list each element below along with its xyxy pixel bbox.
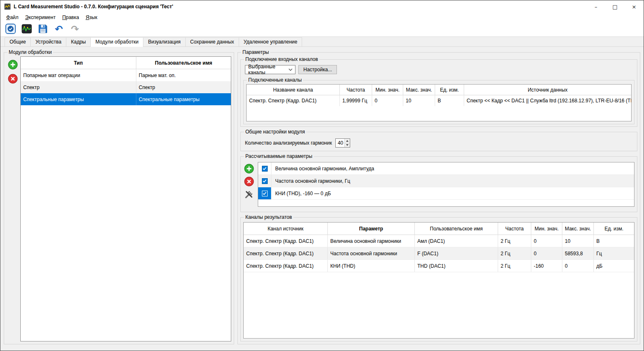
min-value-cell[interactable]: -160 xyxy=(531,260,562,272)
module-type-cell[interactable]: Попарные мат операции xyxy=(21,69,136,81)
source-channel-cell[interactable]: Спектр. Спектр (Кадр. DAC1) xyxy=(244,247,328,259)
max-value-cell[interactable]: 10 xyxy=(562,235,594,247)
user-name-cell[interactable]: THD (DAC1) xyxy=(415,260,498,272)
module-name-cell[interactable]: Спектр xyxy=(136,81,231,93)
calc-param-row-thd[interactable]: КНИ (THD), -160 — 0 дБ xyxy=(258,187,634,200)
data-source-cell[interactable]: Спектр << Кадр << DAC1 || Служба ltrd (1… xyxy=(464,95,631,106)
calc-param-label: КНИ (THD), -160 — 0 дБ xyxy=(271,187,331,199)
calc-param-checkbox-cell[interactable] xyxy=(258,187,271,199)
minimize-button[interactable]: – xyxy=(586,0,605,13)
min-value-cell[interactable]: 0 xyxy=(531,247,562,259)
col-min-value[interactable]: Мин. знач. xyxy=(372,85,403,95)
result-row-frequency[interactable]: Спектр. Спектр (Кадр. DAC1) Частота осно… xyxy=(244,247,634,260)
calc-param-checkbox-cell[interactable] xyxy=(258,175,271,187)
app-logo-icon xyxy=(4,3,11,10)
tab-frames[interactable]: Кадры xyxy=(66,37,91,46)
calc-param-row-amplitude[interactable]: Величина основной гармоники, Амплитуда xyxy=(258,162,634,175)
remove-param-button[interactable] xyxy=(244,177,254,186)
unit-cell[interactable]: Гц xyxy=(594,247,634,259)
col-unit[interactable]: Ед. изм. xyxy=(594,223,634,235)
col-channel-name[interactable]: Название канала xyxy=(247,85,340,95)
parameter-cell[interactable]: КНИ (THD) xyxy=(328,260,415,272)
scenario-button[interactable] xyxy=(5,24,16,35)
spinner-up-button[interactable] xyxy=(345,139,350,143)
menu-language[interactable]: Язык xyxy=(82,13,101,22)
undo-button[interactable]: ↶ xyxy=(53,24,65,35)
modules-header-type[interactable]: Тип xyxy=(21,57,136,69)
module-type-cell[interactable]: Спектр xyxy=(21,81,136,93)
tab-data-saving[interactable]: Сохранние данных xyxy=(185,37,239,46)
source-channel-cell[interactable]: Спектр. Спектр (Кадр. DAC1) xyxy=(244,235,328,247)
module-row-pairwise[interactable]: Попарные мат операции Парные мат. оп. xyxy=(21,69,231,81)
parameter-cell[interactable]: Частота основной гармоники xyxy=(328,247,415,259)
max-value-cell[interactable]: 10 xyxy=(403,95,435,106)
col-max-value[interactable]: Макс. знач. xyxy=(562,223,594,235)
harmonics-spinner[interactable]: 40 xyxy=(335,138,350,148)
modules-header-name[interactable]: Пользовательское имя xyxy=(136,57,231,69)
unit-cell[interactable]: дБ xyxy=(594,260,634,272)
tab-remote-control[interactable]: Удаленное управление xyxy=(239,37,303,46)
remove-module-button[interactable] xyxy=(8,74,18,84)
add-module-button[interactable] xyxy=(8,60,18,70)
app-window: L Card Measurement Studio - 0.7.0. Конфи… xyxy=(0,0,644,351)
unit-cell[interactable]: В xyxy=(594,235,634,247)
source-channel-cell[interactable]: Спектр. Спектр (Кадр. DAC1) xyxy=(244,260,328,272)
configure-param-button[interactable] xyxy=(244,189,254,199)
checkbox-checked-icon[interactable] xyxy=(262,191,268,196)
channel-name-cell[interactable]: Спектр. Спектр (Кадр. DAC1) xyxy=(247,95,340,106)
menu-file[interactable]: Файл xyxy=(3,13,22,22)
frequency-cell[interactable]: 2 Гц xyxy=(498,235,531,247)
menu-edit[interactable]: Правка xyxy=(59,13,82,22)
add-param-button[interactable] xyxy=(244,164,254,174)
col-user-name[interactable]: Пользовательское имя xyxy=(415,223,498,235)
parameter-cell[interactable]: Величина основной гармоники xyxy=(328,235,415,247)
channel-settings-button[interactable]: Настройка... xyxy=(298,65,337,74)
col-min-value[interactable]: Мин. знач. xyxy=(531,223,562,235)
tab-processing-modules[interactable]: Модули обработки xyxy=(90,37,143,47)
col-parameter[interactable]: Параметр xyxy=(328,223,415,235)
signal-button[interactable] xyxy=(21,24,32,35)
calc-param-row-frequency[interactable]: Частота основной гармоники, Гц xyxy=(258,175,634,187)
channels-select[interactable]: Выбранные каналы xyxy=(245,65,295,74)
spinner-down-button[interactable] xyxy=(345,143,350,148)
connected-channel-row[interactable]: Спектр. Спектр (Кадр. DAC1) 1,99999 Гц 0… xyxy=(247,95,631,106)
redo-button[interactable]: ↷ xyxy=(69,24,81,35)
calc-param-checkbox-cell[interactable] xyxy=(258,162,271,174)
module-row-spectral-params[interactable]: Спектральные параметры Спектральные пара… xyxy=(21,93,231,105)
col-frequency[interactable]: Частота xyxy=(498,223,531,235)
module-type-cell[interactable]: Спектральные параметры xyxy=(21,93,136,105)
col-frequency[interactable]: Частота xyxy=(340,85,372,95)
col-unit[interactable]: Ед. изм. xyxy=(435,85,464,95)
min-value-cell[interactable]: 0 xyxy=(372,95,403,106)
save-button[interactable] xyxy=(37,24,48,35)
checkbox-checked-icon[interactable] xyxy=(262,178,268,184)
menu-language-rest: зык xyxy=(89,15,97,20)
result-row-thd[interactable]: Спектр. Спектр (Кадр. DAC1) КНИ (THD) TH… xyxy=(244,260,634,272)
result-row-amplitude[interactable]: Спектр. Спектр (Кадр. DAC1) Величина осн… xyxy=(244,235,634,247)
frequency-cell[interactable]: 1,99999 Гц xyxy=(340,95,372,106)
harmonics-value[interactable]: 40 xyxy=(336,139,344,147)
module-row-spectrum[interactable]: Спектр Спектр xyxy=(21,81,231,93)
col-source-channel[interactable]: Канал источник xyxy=(244,223,328,235)
menu-edit-rest: равка xyxy=(66,15,79,20)
tab-visualization[interactable]: Визуализация xyxy=(143,37,186,46)
menu-experiment[interactable]: Эксперимент xyxy=(22,13,59,22)
modules-toolbar xyxy=(7,56,19,341)
user-name-cell[interactable]: F (DAC1) xyxy=(415,247,498,259)
close-button[interactable]: × xyxy=(625,0,644,13)
module-name-cell[interactable]: Парные мат. оп. xyxy=(136,69,231,81)
col-data-source[interactable]: Источник данных xyxy=(464,85,631,95)
unit-cell[interactable]: В xyxy=(435,95,464,106)
frequency-cell[interactable]: 2 Гц xyxy=(498,247,531,259)
tab-devices[interactable]: Устройства xyxy=(30,37,66,46)
checkbox-checked-icon[interactable] xyxy=(262,166,268,172)
col-max-value[interactable]: Макс. знач. xyxy=(403,85,435,95)
max-value-cell[interactable]: 58593,8 xyxy=(562,247,594,259)
tab-general[interactable]: Общие xyxy=(5,37,31,46)
min-value-cell[interactable]: 0 xyxy=(531,235,562,247)
maximize-button[interactable]: □ xyxy=(605,0,625,13)
module-name-cell[interactable]: Спектральные параметры xyxy=(136,93,231,105)
frequency-cell[interactable]: 2 Гц xyxy=(498,260,531,272)
user-name-cell[interactable]: Амл (DAC1) xyxy=(415,235,498,247)
max-value-cell[interactable]: 0 xyxy=(562,260,594,272)
